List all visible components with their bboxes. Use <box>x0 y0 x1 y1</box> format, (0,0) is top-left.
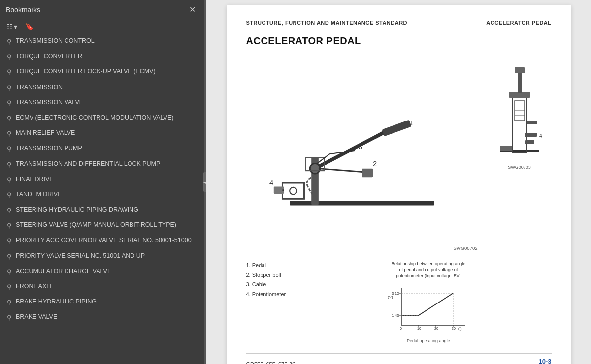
bookmark-item[interactable]: ⚲ PRIORITY ACC GOVERNOR VALVE SERIAL NO.… <box>0 233 204 248</box>
bookmark-item[interactable]: ⚲ TANDEM DRIVE <box>0 187 204 203</box>
bookmark-icon: ⚲ <box>7 268 12 276</box>
svg-text:10: 10 <box>417 327 421 330</box>
bookmark-item-label: BRAKE HYDRAULIC PIPING <box>16 298 199 306</box>
bookmark-icon: ⚲ <box>7 68 12 77</box>
doc-footer: GD555, 655, 675-3C 10-3 (4) <box>246 353 552 364</box>
bookmark-item[interactable]: ⚲ FRONT AXLE <box>0 279 204 295</box>
bookmark-item-label: BRAKE VALVE <box>16 313 199 322</box>
close-bookmarks-button[interactable]: ✕ <box>186 4 198 15</box>
svg-text:4: 4 <box>269 179 273 186</box>
bookmark-item[interactable]: ⚲ BRAKE HYDRAULIC PIPING <box>0 295 204 310</box>
svg-text:30: 30 <box>452 327 456 330</box>
bookmark-item-label: ACCUMULATOR CHARGE VALVE <box>16 267 199 276</box>
list-view-icon: ☷ <box>6 23 13 30</box>
svg-point-4 <box>310 163 320 174</box>
svg-rect-3 <box>382 120 411 136</box>
bookmark-item[interactable]: ⚲ TRANSMISSION CONTROL <box>0 34 204 49</box>
bookmark-item[interactable]: ⚲ PRIORITY VALVE SERIAL NO. 51001 AND UP <box>0 249 204 264</box>
bookmark-item-label: TORQUE CONVERTER LOCK-UP VALVE (ECMV) <box>16 67 199 76</box>
chart-svg: (V) 3.12 1.43 0 10 20 30 <box>387 283 470 337</box>
bookmark-item-label: PRIORITY ACC GOVERNOR VALVE SERIAL NO. 5… <box>16 236 199 245</box>
legend-item: 4. Potentiometer <box>246 290 286 300</box>
bookmark-icon: ⚲ <box>7 53 12 61</box>
bookmark-item-label: FINAL DRIVE <box>16 175 199 184</box>
svg-line-5 <box>318 169 365 172</box>
bookmark-item[interactable]: ⚲ TORQUE CONVERTER <box>0 49 204 64</box>
bookmarks-toolbar: ☷ ▾ 🔖 <box>0 19 204 34</box>
dropdown-arrow-icon: ▾ <box>14 23 17 30</box>
bookmark-item[interactable]: ⚲ STEERING HYDRAULIC PIPING DRAWING <box>0 203 204 218</box>
bookmark-item[interactable]: ⚲ STEERING VALVE (Q/AMP MANUAL ORBIT-ROL… <box>0 218 204 233</box>
bookmark-add-button[interactable]: 🔖 <box>23 21 36 32</box>
svg-rect-24 <box>518 71 522 93</box>
svg-text:2: 2 <box>373 160 377 168</box>
bookmark-item[interactable]: ⚲ TRANSMISSION PUMP <box>0 141 204 156</box>
bookmark-item[interactable]: ⚲ BRAKE VALVE <box>0 310 204 325</box>
bookmark-list: ⚲ TRANSMISSION CONTROL ⚲ TORQUE CONVERTE… <box>0 34 204 364</box>
bookmark-icon: ⚲ <box>7 237 12 245</box>
svg-text:3: 3 <box>358 143 362 151</box>
doc-header: STRUCTURE, FUNCTION AND MAINTENANCE STAN… <box>246 20 552 26</box>
bookmarks-header: Bookmarks ✕ <box>0 0 204 19</box>
doc-page-area: 10-3 (4) <box>538 358 551 364</box>
bookmarks-title-area: Bookmarks <box>6 6 40 14</box>
bookmark-list-view-button[interactable]: ☷ ▾ <box>4 21 20 32</box>
bookmark-item[interactable]: ⚲ TRANSMISSION AND DIFFERENTIAL LOCK PUM… <box>0 157 204 172</box>
bookmark-icon: ⚲ <box>7 313 12 322</box>
bookmark-item[interactable]: ⚲ TRANSMISSION VALVE <box>0 95 204 111</box>
bookmark-icon: ⚲ <box>7 283 12 292</box>
diagram-area: 1 2 3 4 SWG00702 <box>246 57 552 251</box>
bookmark-item[interactable]: ⚲ TORQUE CONVERTER LOCK-UP VALVE (ECMV) <box>0 64 204 80</box>
bookmark-icon: ⚲ <box>7 129 12 138</box>
svg-rect-28 <box>525 140 534 144</box>
bookmark-item[interactable]: ⚲ FINAL DRIVE <box>0 172 204 187</box>
svg-line-2 <box>315 129 391 169</box>
bookmark-item-label: ECMV (ELECTRONIC CONTROL MODULATION VALV… <box>16 114 199 122</box>
bookmark-item[interactable]: ⚲ ACCUMULATOR CHARGE VALVE <box>0 264 204 279</box>
svg-text:20: 20 <box>434 327 438 330</box>
doc-model: GD555, 655, 675-3C <box>246 361 296 364</box>
bookmark-item-label: TANDEM DRIVE <box>16 190 199 199</box>
doc-page: STRUCTURE, FUNCTION AND MAINTENANCE STAN… <box>227 5 571 364</box>
legend-item: 3. Cable <box>246 280 286 290</box>
legend-item: 2. Stopper bolt <box>246 271 286 280</box>
svg-rect-25 <box>515 67 525 73</box>
bookmark-item-label: TRANSMISSION <box>16 83 199 92</box>
bookmark-item[interactable]: ⚲ TRANSMISSION <box>0 80 204 95</box>
bookmark-item-label: STEERING VALVE (Q/AMP MANUAL ORBIT-ROLL … <box>16 221 199 230</box>
bookmark-icon: ⚲ <box>7 99 12 108</box>
bookmark-icon: ⚲ <box>7 221 12 230</box>
doc-page-number: 10-3 <box>538 358 551 364</box>
svg-rect-7 <box>282 183 304 199</box>
bookmark-icon: ⚲ <box>7 145 12 153</box>
chart-area: Relationship between operating angle of … <box>305 261 551 343</box>
chart-x-label: Pedal operating angle <box>407 338 450 343</box>
bookmark-item-label: PRIORITY VALVE SERIAL NO. 51001 AND UP <box>16 252 199 261</box>
bookmark-icon: ⚲ <box>7 160 12 169</box>
bookmark-icon: ⚲ <box>7 298 12 307</box>
secondary-diagram-svg: 4 <box>490 57 549 165</box>
main-diagram-caption: SWG00702 <box>246 245 478 251</box>
bookmark-item-label: STEERING HYDRAULIC PIPING DRAWING <box>16 206 199 214</box>
doc-header-right: ACCELERATOR PEDAL <box>486 20 551 26</box>
svg-text:0: 0 <box>400 327 402 330</box>
svg-rect-6 <box>362 169 373 178</box>
bookmark-item-label: TRANSMISSION VALVE <box>16 98 199 107</box>
document-panel: STRUCTURE, FUNCTION AND MAINTENANCE STAN… <box>206 0 591 364</box>
svg-point-8 <box>290 187 297 195</box>
svg-rect-26 <box>527 121 537 124</box>
doc-content: STRUCTURE, FUNCTION AND MAINTENANCE STAN… <box>206 0 591 364</box>
legend-area: 1. Pedal2. Stopper bolt3. Cable4. Potent… <box>246 261 552 343</box>
bookmark-item[interactable]: ⚲ MAIN RELIEF VALVE <box>0 126 204 141</box>
bookmarks-title: Bookmarks <box>6 6 40 14</box>
bookmark-item-label: TRANSMISSION PUMP <box>16 144 199 153</box>
bookmarks-panel: Bookmarks ✕ ☷ ▾ 🔖 ⚲ TRANSMISSION CONTROL… <box>0 0 204 364</box>
svg-rect-9 <box>273 186 284 194</box>
main-diagram: 1 2 3 4 SWG00702 <box>246 57 478 251</box>
bookmark-icon: ⚲ <box>7 176 12 184</box>
bookmark-item-label: TRANSMISSION AND DIFFERENTIAL LOCK PUMP <box>16 160 199 169</box>
bookmark-item-label: TORQUE CONVERTER <box>16 52 199 61</box>
svg-text:3.12: 3.12 <box>392 291 399 296</box>
bookmark-item-label: MAIN RELIEF VALVE <box>16 129 199 138</box>
bookmark-item[interactable]: ⚲ ECMV (ELECTRONIC CONTROL MODULATION VA… <box>0 111 204 126</box>
